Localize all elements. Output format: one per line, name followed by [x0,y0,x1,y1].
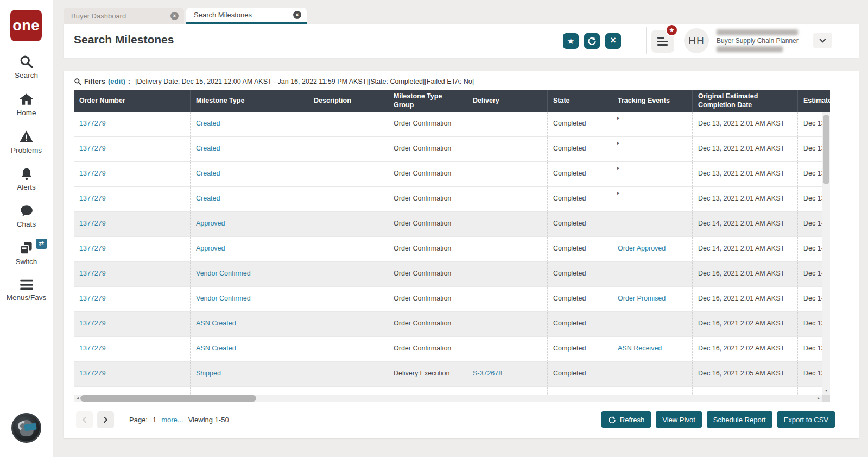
order-number-link[interactable]: 1377279 [79,245,106,252]
horizontal-scrollbar[interactable]: ◂ ▸ [74,395,822,402]
milestone-type-link[interactable]: Created [196,145,220,152]
milestone-type-link[interactable]: Approved [196,220,225,227]
expand-tracking-icon[interactable]: ▸ [617,190,620,196]
scroll-right-icon[interactable]: ▸ [815,395,822,402]
column-header[interactable]: Milestone Type Group [388,90,467,112]
sidebar-item-switch[interactable]: ⇄ Switch [0,241,53,266]
sidebar-item-menus-favs[interactable]: Menus/Favs [0,278,53,302]
milestone-type-link[interactable]: Vendor Confirmed [196,295,251,302]
column-header[interactable]: Milestone Type [191,90,308,112]
sidebar-item-label: Home [16,109,36,117]
sidebar-item-home[interactable]: Home [0,92,53,117]
refresh-results-button[interactable]: Refresh [601,411,651,428]
one-network-logo[interactable]: one [10,10,42,41]
column-header[interactable]: Delivery [467,90,548,112]
tracking-event-link[interactable]: Order Promised [618,295,666,302]
expand-tracking-icon[interactable]: ▸ [617,140,620,146]
schedule-report-label: Schedule Report [713,416,766,424]
original-estimated-completion-text: Dec 16, 2021 2:02 AM AKST [698,345,784,352]
sidebar-item-search[interactable]: Search [0,54,53,79]
tab-buyer-dashboard[interactable]: Buyer Dashboard × [64,8,184,24]
order-number-link[interactable]: 1377279 [79,295,106,302]
next-page-button[interactable] [97,411,114,428]
favorite-button[interactable]: ★ [563,33,579,49]
expand-tracking-icon[interactable]: ▸ [617,165,620,171]
tab-search-milestones[interactable]: Search Milestones × [186,8,307,24]
order-number-link[interactable]: 1377279 [79,170,106,177]
sidebar-item-alerts[interactable]: Alerts [0,167,53,191]
state-text: Completed [553,195,586,202]
column-header[interactable]: Description [308,90,388,112]
milestone-type-link[interactable]: Approved [196,245,225,252]
order-number-link[interactable]: 1377279 [79,120,106,127]
milestone-type-group-text: Delivery Execution [394,370,450,377]
export-csv-label: Export to CSV [784,416,828,424]
milestones-table: Order NumberMilestone TypeDescriptionMil… [74,90,830,395]
column-header[interactable]: Tracking Events [612,90,693,112]
more-pages-link[interactable]: more... [161,416,183,424]
vertical-scrollbar-thumb[interactable] [823,115,829,184]
order-number-link[interactable]: 1377279 [79,195,106,202]
scroll-down-icon[interactable]: ▾ [822,387,830,395]
column-header[interactable]: State [548,90,612,112]
sidebar-item-label: Problems [11,146,42,154]
user-menu-button[interactable] [813,33,832,48]
close-screen-button[interactable]: × [605,33,621,49]
tab-close-icon[interactable]: × [293,11,301,19]
milestone-type-group-text: Order Confirmation [394,220,451,227]
order-number-link[interactable]: 1377279 [79,145,106,152]
sidebar-item-label: Menus/Favs [7,293,47,302]
table-row: 1377279 Vendor Confirmed Order Confirmat… [74,287,830,312]
table-row: 1377279 Created Order Confirmation Compl… [74,187,830,212]
filter-search-icon [74,78,81,85]
swap-arrows-icon[interactable]: ⇄ [36,239,47,249]
export-to-csv-button[interactable]: Export to CSV [777,411,835,428]
milestone-type-link[interactable]: Created [196,170,220,177]
tracking-event-link[interactable]: Order Approved [618,245,666,252]
milestone-type-link[interactable]: Shipped [196,370,221,377]
search-icon [19,54,34,69]
tracking-event-link[interactable]: ASN Received [618,345,662,352]
milestone-type-link[interactable]: ASN Created [196,345,236,352]
chat-bubble-icon [20,204,34,218]
column-header[interactable]: Order Number [74,90,191,112]
column-header[interactable]: Estimated [798,90,830,112]
user-role: Buyer Supply Chain Planner [717,37,809,45]
column-header[interactable]: Original Estimated Completion Date [693,90,798,112]
milestone-type-group-text: Order Confirmation [394,120,451,127]
milestone-type-link[interactable]: Created [196,120,220,127]
edit-filters-link[interactable]: (edit) [108,77,125,85]
state-text: Completed [553,370,586,377]
milestone-type-link[interactable]: Vendor Confirmed [196,270,251,277]
order-number-link[interactable]: 1377279 [79,320,106,327]
order-number-link[interactable]: 1377279 [79,270,106,277]
order-number-link[interactable]: 1377279 [79,370,106,377]
sidebar-item-problems[interactable]: Problems [0,129,53,154]
delivery-link[interactable]: S-372678 [473,370,502,377]
user-org-redacted [717,46,783,52]
milestone-type-link[interactable]: Created [196,195,220,202]
state-text: Completed [553,345,586,352]
viewing-range: Viewing 1-50 [188,416,229,424]
milestone-type-link[interactable]: ASN Created [196,320,236,327]
sidebar-item-label: Alerts [17,183,36,191]
order-number-link[interactable]: 1377279 [79,220,106,227]
sidebar-item-chats[interactable]: Chats [0,204,53,228]
previous-page-button[interactable] [76,411,93,428]
scrollbar-corner [822,395,830,402]
tab-label: Search Milestones [194,11,252,19]
user-avatar[interactable]: HH [684,28,709,53]
sidebar-item-label: Switch [16,258,37,266]
order-number-link[interactable]: 1377279 [79,345,106,352]
table-row: 1377279 Shipped Delivery Execution S-372… [74,362,830,387]
view-pivot-button[interactable]: View Pivot [656,411,701,428]
schedule-report-button[interactable]: Schedule Report [707,411,772,428]
refresh-screen-button[interactable] [584,33,600,49]
expand-tracking-icon[interactable]: ▸ [617,115,620,121]
chevron-right-icon [102,416,109,423]
milestone-type-group-text: Order Confirmation [394,245,451,252]
horizontal-scrollbar-thumb[interactable] [80,395,256,402]
tab-close-icon[interactable]: × [170,12,179,20]
vertical-scrollbar[interactable]: ▴ ▾ [822,112,830,395]
assistant-avatar[interactable] [11,413,41,443]
